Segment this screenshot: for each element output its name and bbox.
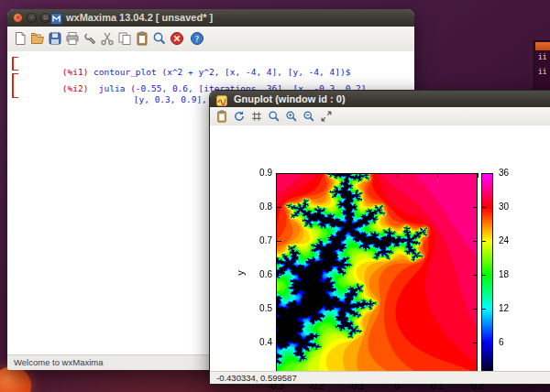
terminal-text-fragment: ii [538, 68, 547, 76]
gnuplot-statusbar: -0.430334, 0.599587 [210, 371, 550, 384]
y-axis-label: y [235, 270, 246, 276]
open-file-icon[interactable] [30, 31, 45, 46]
minimize-button[interactable]: – [27, 13, 37, 23]
cell-bracket[interactable] [12, 57, 18, 71]
save-icon[interactable] [48, 31, 62, 46]
terminal-text-fragment: ii [538, 53, 547, 61]
new-document-icon[interactable] [13, 31, 28, 46]
input-label: (%i2) [62, 83, 89, 93]
colorbar-tick-label: 18 [499, 269, 509, 279]
terminal-titlebar-fragment [535, 42, 550, 50]
maximize-button[interactable]: ▫ [40, 13, 50, 23]
svg-text:?: ? [195, 35, 200, 44]
coordinate-readout: -0.430334, 0.599587 [216, 373, 297, 383]
autoscale-icon[interactable] [320, 110, 333, 123]
zoom-icon[interactable] [152, 31, 167, 46]
toggle-grid-icon[interactable] [250, 110, 263, 123]
y-tick-label: 0.5 [245, 303, 272, 313]
gnuplot-window: Gnuplot (window id : 0) 0.9 0.8 0.7 0.6 … [209, 90, 550, 385]
colorbar-tick-label: 24 [499, 235, 509, 245]
zoom-icon[interactable] [268, 110, 280, 123]
wxmaxima-window-icon [50, 12, 62, 24]
colorbar-tick-label: 6 [499, 337, 504, 347]
y-tick-label: 0.9 [245, 168, 272, 178]
desktop-background: ii ii × – ▫ wxMaxima 13.04.2 [ unsaved* … [0, 0, 550, 392]
gnuplot-toolbar [210, 107, 550, 126]
interrupt-icon[interactable] [170, 31, 184, 46]
wxmaxima-titlebar[interactable]: × – ▫ wxMaxima 13.04.2 [ unsaved* ] [7, 9, 414, 27]
colorbar-tick-label: 30 [499, 201, 509, 212]
gnuplot-titlebar[interactable]: Gnuplot (window id : 0) [210, 91, 550, 108]
colorbar-tick-marks [482, 173, 486, 377]
wxmaxima-window-title: wxMaxima 13.04.2 [ unsaved* ] [66, 9, 213, 27]
y-tick-label: 0.4 [245, 337, 272, 347]
y-tick-label: 0.7 [245, 235, 272, 245]
julia-fractal-canvas[interactable] [276, 173, 478, 376]
plot-area: 0.9 0.8 0.7 0.6 0.5 0.4 0.3 -0.3 -0.2 -0… [210, 125, 550, 372]
colorbar-tick-label: 12 [499, 303, 509, 313]
help-icon[interactable]: ? [190, 31, 204, 46]
print-icon[interactable] [65, 31, 80, 46]
configure-icon[interactable] [82, 31, 97, 46]
colorbar-tick-label: 36 [499, 168, 509, 178]
paste-icon[interactable] [135, 31, 149, 46]
copy-to-clipboard-icon[interactable] [215, 110, 228, 123]
cut-icon[interactable] [100, 31, 115, 46]
close-button[interactable]: × [13, 13, 23, 23]
wxmaxima-toolbar: ? [7, 27, 414, 52]
gnuplot-window-icon [216, 93, 227, 104]
gnuplot-window-title: Gnuplot (window id : 0) [234, 91, 346, 107]
y-tick-label: 0.8 [245, 201, 272, 212]
ubuntu-logo [0, 366, 31, 392]
zoom-in-icon[interactable] [285, 110, 298, 123]
status-text: Welcome to wxMaxima [14, 357, 104, 367]
replot-icon[interactable] [233, 110, 246, 123]
cell-bracket[interactable] [12, 73, 18, 98]
terminal-window-fragment[interactable]: ii ii [534, 40, 550, 92]
y-tick-label: 0.6 [245, 269, 272, 279]
copy-icon[interactable] [117, 31, 132, 46]
zoom-out-icon[interactable] [302, 110, 315, 123]
